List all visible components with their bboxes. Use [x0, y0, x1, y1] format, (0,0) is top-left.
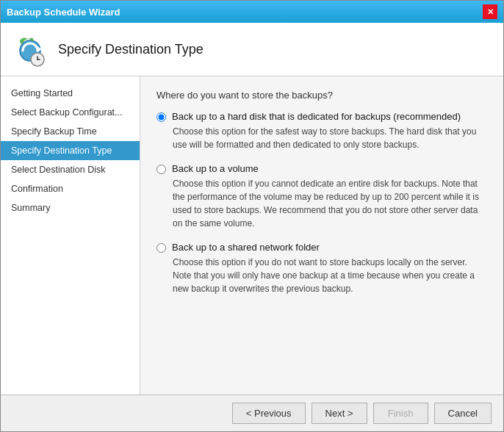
option-network-folder: Back up to a shared network folder Choos…: [156, 242, 487, 295]
header-area: Specify Destination Type: [1, 23, 503, 76]
title-bar: Backup Schedule Wizard ✕: [1, 1, 503, 23]
radio-volume[interactable]: [156, 165, 166, 174]
finish-button[interactable]: Finish: [373, 403, 428, 424]
sidebar-item-select-backup-config[interactable]: Select Backup Configurat...: [1, 103, 140, 122]
previous-button[interactable]: < Previous: [232, 403, 306, 424]
sidebar-item-specify-destination-type[interactable]: Specify Destination Type: [1, 141, 140, 160]
sidebar-item-select-destination-disk[interactable]: Select Destination Disk: [1, 160, 140, 179]
footer: < Previous Next > Finish Cancel: [1, 395, 503, 431]
option-network-folder-title: Back up to a shared network folder: [172, 242, 320, 253]
wizard-window: Backup Schedule Wizard ✕ Specify Destina…: [0, 0, 504, 432]
page-title: Specify Destination Type: [58, 42, 204, 57]
close-button[interactable]: ✕: [483, 4, 497, 19]
backup-wizard-icon: [12, 32, 48, 67]
title-bar-buttons: ✕: [483, 4, 497, 19]
window-title: Backup Schedule Wizard: [7, 7, 120, 18]
option-network-folder-desc: Choose this option if you do not want to…: [173, 256, 487, 295]
option-volume-title: Back up to a volume: [172, 163, 259, 174]
option-volume: Back up to a volume Choose this option i…: [156, 163, 487, 230]
cancel-button[interactable]: Cancel: [434, 403, 492, 424]
radio-hard-disk[interactable]: [156, 112, 166, 122]
option-hard-disk-desc: Choose this option for the safest way to…: [173, 125, 487, 151]
main-panel: Where do you want to store the backups? …: [140, 76, 503, 395]
main-question: Where do you want to store the backups?: [156, 90, 487, 101]
sidebar-item-specify-backup-time[interactable]: Specify Backup Time: [1, 122, 140, 141]
sidebar: Getting Started Select Backup Configurat…: [1, 76, 140, 395]
option-volume-desc: Choose this option if you cannot dedicat…: [173, 177, 487, 230]
sidebar-item-confirmation[interactable]: Confirmation: [1, 179, 140, 198]
sidebar-item-summary[interactable]: Summary: [1, 198, 140, 217]
option-hard-disk: Back up to a hard disk that is dedicated…: [156, 111, 487, 151]
option-volume-label[interactable]: Back up to a volume: [156, 163, 487, 174]
content-area: Getting Started Select Backup Configurat…: [1, 76, 503, 395]
radio-network-folder[interactable]: [156, 243, 166, 253]
sidebar-item-getting-started[interactable]: Getting Started: [1, 84, 140, 103]
option-hard-disk-title: Back up to a hard disk that is dedicated…: [172, 111, 461, 122]
next-button[interactable]: Next >: [312, 403, 367, 424]
option-hard-disk-label[interactable]: Back up to a hard disk that is dedicated…: [156, 111, 487, 122]
option-network-folder-label[interactable]: Back up to a shared network folder: [156, 242, 487, 253]
